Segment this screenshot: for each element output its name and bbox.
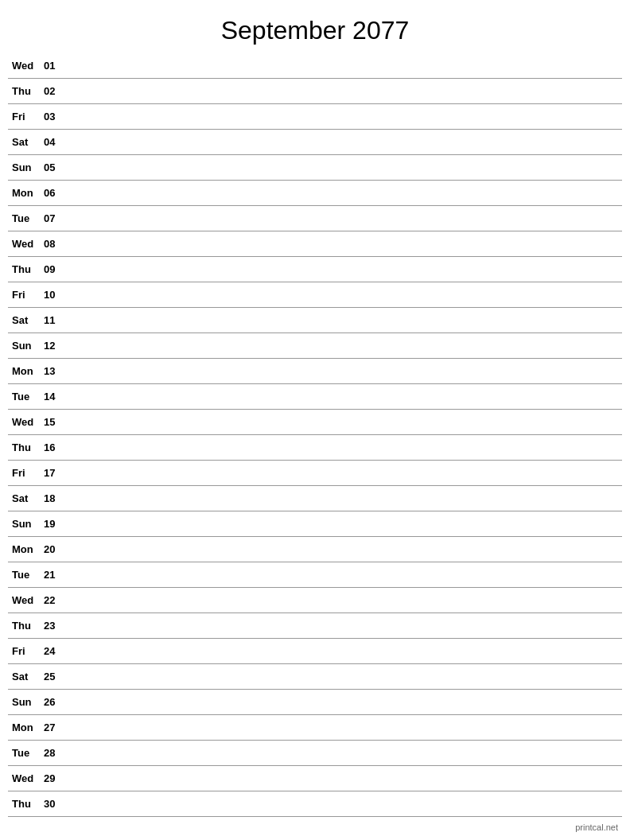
- day-name: Thu: [8, 441, 44, 453]
- day-name: Thu: [8, 85, 44, 97]
- day-line: [68, 549, 622, 550]
- day-name: Wed: [8, 594, 44, 606]
- day-name: Mon: [8, 543, 44, 555]
- day-row: Thu02: [8, 79, 622, 104]
- day-line: [68, 600, 622, 601]
- day-name: Sat: [8, 492, 44, 504]
- day-line: [68, 345, 622, 346]
- day-line: [68, 116, 622, 117]
- day-line: [68, 65, 622, 66]
- day-row: Thu09: [8, 257, 622, 282]
- day-line: [68, 447, 622, 448]
- day-number: 22: [44, 594, 68, 606]
- day-row: Wed08: [8, 231, 622, 257]
- day-line: [68, 269, 622, 270]
- day-line: [68, 778, 622, 779]
- day-row: Wed15: [8, 410, 622, 435]
- day-line: [68, 498, 622, 499]
- day-number: 08: [44, 238, 68, 250]
- day-line: [68, 676, 622, 677]
- day-name: Wed: [8, 772, 44, 784]
- day-number: 20: [44, 543, 68, 555]
- day-number: 15: [44, 416, 68, 428]
- day-row: Tue07: [8, 206, 622, 231]
- day-row: Sun12: [8, 333, 622, 359]
- day-name: Sat: [8, 136, 44, 148]
- day-line: [68, 625, 622, 626]
- day-line: [68, 91, 622, 91]
- day-line: [68, 243, 622, 244]
- day-number: 17: [44, 467, 68, 479]
- day-name: Tue: [8, 747, 44, 759]
- day-number: 28: [44, 747, 68, 759]
- day-name: Sat: [8, 314, 44, 326]
- day-row: Tue21: [8, 562, 622, 588]
- day-number: 13: [44, 365, 68, 377]
- day-name: Mon: [8, 187, 44, 199]
- day-row: Sun05: [8, 155, 622, 181]
- day-row: Tue28: [8, 741, 622, 766]
- day-number: 10: [44, 289, 68, 301]
- day-number: 18: [44, 492, 68, 504]
- day-number: 27: [44, 721, 68, 733]
- day-name: Thu: [8, 798, 44, 810]
- day-number: 06: [44, 187, 68, 199]
- day-number: 21: [44, 569, 68, 581]
- day-number: 03: [44, 111, 68, 122]
- day-line: [68, 167, 622, 168]
- day-row: Sun19: [8, 511, 622, 537]
- day-row: Wed01: [8, 53, 622, 79]
- day-line: [68, 218, 622, 219]
- day-number: 29: [44, 772, 68, 784]
- day-name: Mon: [8, 365, 44, 377]
- day-number: 12: [44, 340, 68, 352]
- day-line: [68, 727, 622, 728]
- day-line: [68, 523, 622, 524]
- day-number: 26: [44, 696, 68, 708]
- day-number: 30: [44, 798, 68, 810]
- day-name: Sun: [8, 161, 44, 173]
- day-name: Tue: [8, 569, 44, 581]
- day-number: 19: [44, 518, 68, 530]
- day-line: [68, 294, 622, 295]
- day-line: [68, 651, 622, 651]
- day-row: Fri03: [8, 104, 622, 130]
- day-number: 25: [44, 671, 68, 682]
- day-number: 04: [44, 136, 68, 148]
- day-name: Fri: [8, 645, 44, 657]
- day-line: [68, 574, 622, 575]
- day-row: Fri24: [8, 639, 622, 664]
- day-number: 07: [44, 212, 68, 224]
- day-name: Fri: [8, 289, 44, 301]
- day-row: Fri10: [8, 282, 622, 308]
- day-line: [68, 371, 622, 371]
- day-line: [68, 702, 622, 702]
- day-name: Mon: [8, 721, 44, 733]
- day-line: [68, 320, 622, 321]
- day-number: 05: [44, 161, 68, 173]
- day-line: [68, 752, 622, 753]
- day-name: Fri: [8, 467, 44, 479]
- day-line: [68, 192, 622, 193]
- day-name: Sun: [8, 518, 44, 530]
- day-number: 14: [44, 391, 68, 402]
- day-row: Tue14: [8, 384, 622, 410]
- day-row: Sat25: [8, 664, 622, 690]
- day-line: [68, 396, 622, 397]
- day-row: Mon20: [8, 537, 622, 562]
- day-line: [68, 422, 622, 422]
- day-name: Tue: [8, 391, 44, 402]
- day-row: Mon06: [8, 181, 622, 206]
- day-name: Sun: [8, 696, 44, 708]
- day-number: 01: [44, 60, 68, 72]
- day-name: Wed: [8, 416, 44, 428]
- day-row: Thu23: [8, 613, 622, 639]
- day-row: Sat11: [8, 308, 622, 333]
- day-name: Wed: [8, 238, 44, 250]
- day-row: Mon13: [8, 359, 622, 384]
- page-title: September 2077: [0, 0, 630, 53]
- day-name: Sun: [8, 340, 44, 352]
- day-number: 23: [44, 620, 68, 632]
- day-row: Sat04: [8, 130, 622, 155]
- day-number: 11: [44, 314, 68, 326]
